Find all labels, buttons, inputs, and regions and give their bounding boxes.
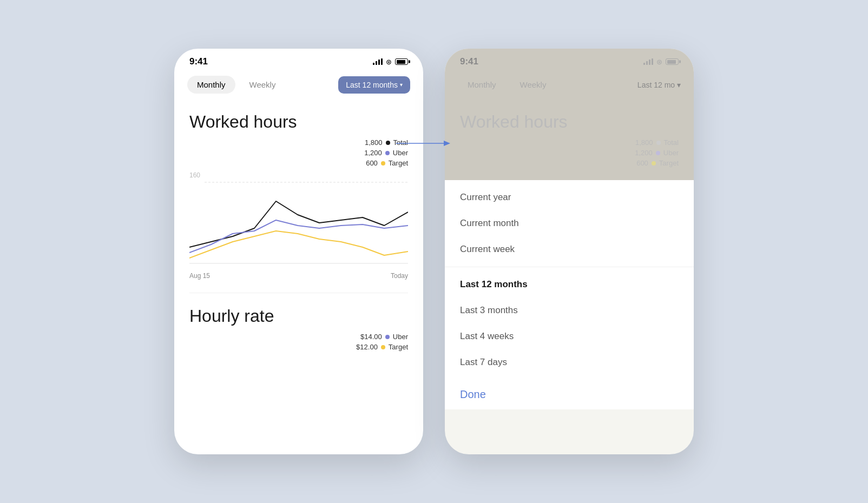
chart-wrapper-left: 160 [189, 171, 408, 269]
line-chart-svg [189, 171, 408, 269]
tabs-row-right: Monthly Weekly Last 12 mo ▾ [445, 70, 694, 99]
legend-dot-target [381, 161, 385, 166]
chevron-down-icon: ▾ [400, 82, 403, 88]
dropdown-item-last-4w[interactable]: Last 4 weeks [445, 323, 694, 349]
hourly-legend-uber: $14.00 Uber [360, 333, 408, 341]
dropdown-item-current-year[interactable]: Current year [445, 184, 694, 210]
tab-weekly-right: Weekly [510, 76, 556, 94]
connector-arrow [396, 133, 461, 165]
tab-monthly-right: Monthly [458, 76, 506, 94]
right-phone: 9:41 ⊛ Monthly W [445, 49, 694, 454]
tab-monthly-left[interactable]: Monthly [187, 76, 235, 94]
status-bar-right: 9:41 ⊛ [445, 49, 694, 70]
signal-icon-right [643, 58, 653, 65]
worked-hours-chart-left: 1,800 Total 1,200 Uber 600 Target 160 [174, 138, 423, 282]
legend-dot-total [386, 141, 390, 145]
legend-dot-target-h [381, 345, 385, 349]
hourly-legend-target: $12.00 Target [356, 343, 408, 351]
dropdown-btn-left[interactable]: Last 12 months ▾ [338, 76, 410, 94]
chart-legend-right: 1,800 Total 1,200 Uber 600 Target [460, 138, 679, 167]
dropdown-item-current-month[interactable]: Current month [445, 210, 694, 236]
legend-uber-right: 1,200 Uber [633, 149, 679, 157]
worked-hours-chart-right: 1,800 Total 1,200 Uber 600 Target [445, 138, 694, 167]
wifi-icon-right: ⊛ [656, 58, 662, 66]
legend-dot-uber [385, 151, 390, 155]
hourly-rate-legend: $14.00 Uber $12.00 Target [174, 333, 423, 351]
battery-icon [395, 58, 408, 65]
status-icons-right: ⊛ [643, 58, 679, 66]
legend-dot-total-right [656, 141, 661, 145]
legend-dot-uber-right [656, 151, 660, 155]
legend-total-right: 1,800 Total [634, 138, 679, 147]
status-bar-left: 9:41 ⊛ [174, 49, 423, 70]
tab-weekly-left[interactable]: Weekly [240, 76, 286, 94]
dropdown-section-2: Last 12 months Last 3 months Last 4 week… [445, 267, 694, 380]
chart-dates-left: Aug 15 Today [189, 272, 408, 282]
worked-hours-title-left: Worked hours [174, 99, 423, 138]
done-btn-area: Done [445, 380, 694, 409]
chart-legend-left: 1,800 Total 1,200 Uber 600 Target [189, 138, 408, 167]
worked-hours-title-right: Worked hours [445, 99, 694, 138]
signal-icon [373, 58, 383, 65]
dropdown-ghost-right: Last 12 mo ▾ [637, 81, 681, 89]
legend-target-right: 600 Target [629, 159, 679, 167]
status-time-left: 9:41 [189, 56, 208, 67]
right-overlay: 9:41 ⊛ Monthly W [445, 49, 694, 180]
legend-dot-uber-h [385, 335, 390, 339]
dropdown-item-last-12[interactable]: Last 12 months [445, 272, 694, 297]
chart-y-label: 160 [189, 171, 200, 179]
dropdown-item-current-week[interactable]: Current week [445, 236, 694, 262]
done-button[interactable]: Done [460, 388, 486, 401]
hourly-rate-title: Hourly rate [174, 293, 423, 333]
dropdown-item-last-3[interactable]: Last 3 months [445, 297, 694, 323]
dropdown-menu: Current year Current month Current week … [445, 180, 694, 380]
status-time-right: 9:41 [460, 56, 478, 67]
tabs-row-left: Monthly Weekly Last 12 months ▾ [174, 70, 423, 99]
status-icons-left: ⊛ [373, 58, 408, 66]
dropdown-item-last-7d[interactable]: Last 7 days [445, 349, 694, 375]
battery-icon-right [666, 58, 679, 65]
wifi-icon: ⊛ [386, 58, 392, 66]
legend-dot-target-right [652, 161, 656, 166]
svg-marker-3 [444, 141, 450, 146]
hourly-legend: $14.00 Uber $12.00 Target [189, 333, 408, 351]
left-phone: 9:41 ⊛ Monthly Weekly Last 12 months ▾ W [174, 49, 423, 454]
dropdown-section-1: Current year Current month Current week [445, 180, 694, 267]
